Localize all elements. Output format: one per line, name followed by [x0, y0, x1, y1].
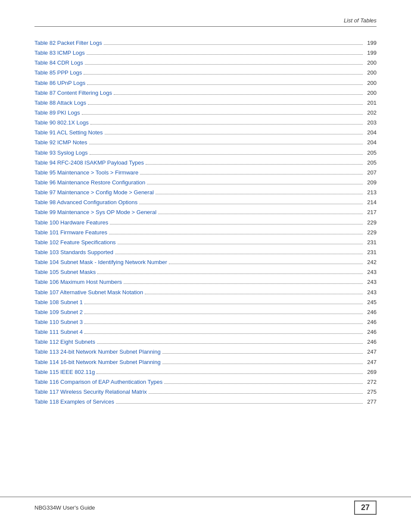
toc-link[interactable]: Table 110 Subnet 3 — [34, 318, 83, 327]
toc-dots — [89, 144, 363, 144]
toc-link[interactable]: Table 89 PKI Logs — [34, 109, 80, 117]
toc-link[interactable]: Table 88 Attack Logs — [34, 99, 86, 107]
toc-link[interactable]: Table 82 Packet Filter Logs — [34, 39, 102, 47]
toc-item: Table 84 CDR Logs200 — [34, 59, 377, 67]
toc-page-number: 200 — [364, 79, 377, 87]
toc-link[interactable]: Table 83 ICMP Logs — [34, 49, 85, 57]
toc-link[interactable]: Table 105 Subnet Masks — [34, 268, 96, 277]
toc-item: Table 117 Wireless Security Relational M… — [34, 388, 377, 396]
toc-dots — [118, 244, 363, 244]
toc-dots — [109, 234, 363, 234]
toc-item: Table 88 Attack Logs201 — [34, 99, 377, 107]
toc-page-number: 205 — [364, 159, 377, 167]
toc-dots — [114, 94, 363, 95]
toc-link[interactable]: Table 115 IEEE 802.11g — [34, 368, 95, 376]
toc-link[interactable]: Table 108 Subnet 1 — [34, 298, 83, 307]
toc-dots — [139, 204, 363, 204]
toc-link[interactable]: Table 97 Maintenance > Config Mode > Gen… — [34, 188, 154, 197]
toc-item: Table 89 PKI Logs202 — [34, 109, 377, 117]
toc-item: Table 115 IEEE 802.11g269 — [34, 368, 377, 376]
toc-item: Table 102 Feature Specifications231 — [34, 238, 377, 247]
toc-link[interactable]: Table 118 Examples of Services — [34, 398, 114, 406]
toc-page-number: 202 — [364, 109, 377, 117]
toc-item: Table 96 Maintenance Restore Configurati… — [34, 178, 377, 187]
toc-link[interactable]: Table 91 ACL Setting Notes — [34, 128, 103, 137]
toc-page-number: 203 — [364, 118, 377, 127]
toc-page-number: 272 — [364, 378, 377, 386]
toc-link[interactable]: Table 101 Firmware Features — [34, 228, 107, 237]
toc-item: Table 101 Firmware Features229 — [34, 228, 377, 237]
toc-page-number: 204 — [364, 138, 377, 147]
toc-link[interactable]: Table 102 Feature Specifications — [34, 238, 116, 247]
toc-dots — [147, 184, 363, 184]
toc-dots — [90, 154, 363, 155]
toc-dots — [145, 294, 363, 294]
toc-page-number: 209 — [364, 178, 377, 187]
toc-link[interactable]: Table 104 Subnet Mask - Identifying Netw… — [34, 258, 167, 267]
toc-dots — [97, 274, 363, 274]
toc-page-number: 199 — [364, 49, 377, 57]
toc-dots — [116, 403, 363, 404]
toc-link[interactable]: Table 86 UPnP Logs — [34, 79, 85, 87]
toc-dots — [97, 373, 363, 374]
toc-dots — [105, 134, 363, 134]
toc-page-number: 246 — [364, 318, 377, 327]
toc-link[interactable]: Table 92 ICMP Notes — [34, 138, 87, 147]
toc-dots — [84, 304, 363, 304]
toc-link[interactable]: Table 116 Comparison of EAP Authenticati… — [34, 378, 162, 386]
toc-page-number: 200 — [364, 68, 377, 77]
toc-item: Table 92 ICMP Notes204 — [34, 138, 377, 147]
toc-page-number: 229 — [364, 218, 377, 227]
toc-page-number: 229 — [364, 228, 377, 237]
toc-item: Table 85 PPP Logs200 — [34, 68, 377, 77]
toc-dots — [84, 74, 363, 75]
toc-page-number: 243 — [364, 268, 377, 277]
toc-page-number: 245 — [364, 298, 377, 307]
toc-dots — [88, 104, 363, 105]
toc-dots — [85, 64, 363, 65]
toc-link[interactable]: Table 111 Subnet 4 — [34, 328, 83, 336]
toc-page-number: 217 — [364, 208, 377, 217]
toc-item: Table 116 Comparison of EAP Authenticati… — [34, 378, 377, 386]
toc-dots — [97, 343, 363, 344]
toc-page-number: 231 — [364, 238, 377, 247]
toc-item: Table 91 ACL Setting Notes204 — [34, 128, 377, 137]
toc-link[interactable]: Table 95 Maintenance > Tools > Firmware — [34, 168, 138, 177]
toc-link[interactable]: Table 85 PPP Logs — [34, 68, 82, 77]
toc-link[interactable]: Table 113 24-bit Network Number Subnet P… — [34, 348, 161, 356]
toc-dots — [82, 114, 363, 115]
toc-item: Table 103 Standards Supported231 — [34, 248, 377, 257]
toc-dots — [115, 254, 363, 254]
toc-link[interactable]: Table 93 Syslog Logs — [34, 149, 88, 157]
toc-dots — [84, 314, 363, 314]
toc-item: Table 97 Maintenance > Config Mode > Gen… — [34, 188, 377, 197]
toc-link[interactable]: Table 114 16-bit Network Number Subnet P… — [34, 358, 161, 367]
toc-item: Table 112 Eight Subnets246 — [34, 338, 377, 346]
toc-dots — [149, 393, 363, 394]
toc-link[interactable]: Table 90 802.1X Logs — [34, 118, 89, 127]
toc-link[interactable]: Table 94 RFC-2408 ISAKMP Payload Types — [34, 159, 144, 167]
page: List of Tables Table 82 Packet Filter Lo… — [0, 0, 411, 532]
toc-dots — [162, 364, 363, 364]
toc-link[interactable]: Table 109 Subnet 2 — [34, 308, 83, 317]
toc-link[interactable]: Table 100 Hardware Features — [34, 218, 108, 227]
toc-item: Table 86 UPnP Logs200 — [34, 79, 377, 87]
page-footer: NBG334W User's Guide 27 — [0, 497, 411, 515]
toc-dots — [146, 164, 363, 165]
toc-link[interactable]: Table 87 Content Filtering Logs — [34, 89, 112, 97]
toc-item: Table 87 Content Filtering Logs200 — [34, 89, 377, 97]
toc-link[interactable]: Table 84 CDR Logs — [34, 59, 83, 67]
toc-link[interactable]: Table 117 Wireless Security Relational M… — [34, 388, 147, 396]
toc-link[interactable]: Table 112 Eight Subnets — [34, 338, 95, 346]
toc-dots — [158, 214, 363, 214]
toc-link[interactable]: Table 106 Maximum Host Numbers — [34, 278, 122, 286]
toc-item: Table 90 802.1X Logs203 — [34, 118, 377, 127]
toc-item: Table 104 Subnet Mask - Identifying Netw… — [34, 258, 377, 267]
toc-link[interactable]: Table 98 Advanced Configuration Options — [34, 198, 137, 207]
toc-link[interactable]: Table 107 Alternative Subnet Mask Notati… — [34, 288, 143, 297]
toc-link[interactable]: Table 103 Standards Supported — [34, 248, 113, 257]
toc-item: Table 95 Maintenance > Tools > Firmware2… — [34, 168, 377, 177]
toc-dots — [87, 54, 363, 55]
toc-link[interactable]: Table 99 Maintenance > Sys OP Mode > Gen… — [34, 208, 156, 217]
toc-link[interactable]: Table 96 Maintenance Restore Configurati… — [34, 178, 145, 187]
